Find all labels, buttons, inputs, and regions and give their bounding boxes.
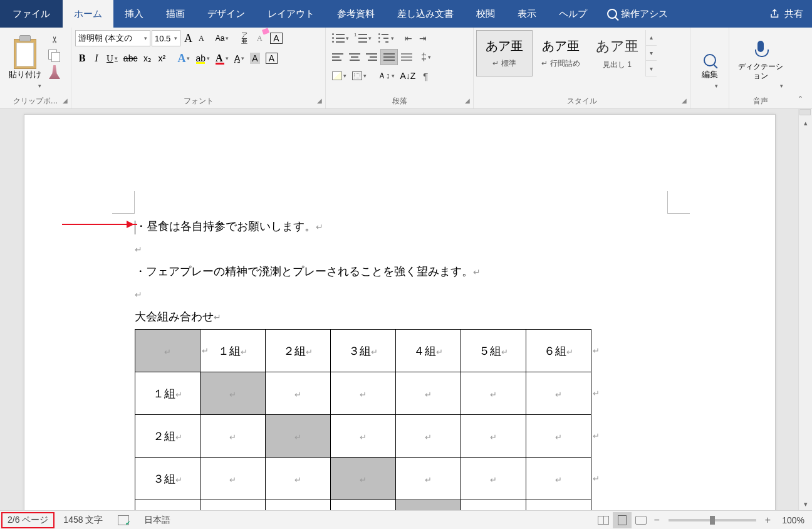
- editing-button[interactable]: 編集 ▾: [697, 30, 723, 92]
- highlight-button[interactable]: ab▾: [193, 50, 212, 66]
- sort-button[interactable]: A↓Z: [398, 68, 419, 84]
- style-heading1[interactable]: あア亜 見出し 1: [589, 30, 645, 76]
- table-cell[interactable]: ３組↵: [135, 458, 200, 500]
- font-color-button[interactable]: A▾: [213, 50, 231, 66]
- table-cell[interactable]: ↵: [266, 372, 331, 415]
- underline-button[interactable]: U▾: [104, 50, 120, 66]
- zoom-in-button[interactable]: +: [761, 515, 774, 526]
- collapse-ribbon-button[interactable]: ˄: [792, 28, 808, 108]
- strikethrough-button[interactable]: abc: [121, 50, 140, 66]
- zoom-slider[interactable]: [669, 519, 756, 521]
- styles-dialog-launcher[interactable]: ◢: [680, 97, 689, 106]
- table-cell[interactable]: ↵: [461, 415, 526, 458]
- spellcheck-status[interactable]: ✔: [110, 511, 137, 529]
- styles-expand[interactable]: ▾: [646, 61, 657, 76]
- table-cell[interactable]: [526, 500, 591, 511]
- table-cell[interactable]: [331, 500, 396, 511]
- table-cell[interactable]: １組↵: [135, 372, 200, 415]
- table-cell[interactable]: ５組↵: [461, 330, 526, 372]
- styles-scroll-down[interactable]: ▾: [646, 46, 657, 61]
- distributed-button[interactable]: [398, 49, 415, 65]
- table-cell[interactable]: ↵↵: [526, 458, 591, 500]
- table-cell[interactable]: ２組↵: [135, 415, 200, 458]
- zoom-out-button[interactable]: −: [650, 515, 664, 526]
- bullets-button[interactable]: ▾: [330, 30, 351, 46]
- dictate-button[interactable]: ディクテーション ▾: [733, 30, 788, 92]
- superscript-button[interactable]: x²: [155, 50, 169, 66]
- tell-me[interactable]: 操作アシス: [598, 0, 677, 28]
- table-cell[interactable]: ↵: [266, 458, 331, 500]
- table-cell[interactable]: ↵↵: [526, 415, 591, 458]
- font-name-combo[interactable]: 游明朝 (本文の▾: [75, 30, 150, 46]
- style-no-spacing[interactable]: あア亜 ↵ 行間詰め: [533, 30, 589, 76]
- zoom-slider-thumb[interactable]: [710, 516, 715, 525]
- table-cell[interactable]: ↵: [331, 372, 396, 415]
- page-number-status[interactable]: 2/6 ページ: [1, 512, 55, 528]
- table-cell[interactable]: ↵: [461, 458, 526, 500]
- table-cell[interactable]: ↵: [200, 458, 266, 500]
- tab-file[interactable]: ファイル: [0, 0, 63, 28]
- clipboard-dialog-launcher[interactable]: ◢: [61, 97, 70, 106]
- tab-draw[interactable]: 描画: [155, 0, 196, 28]
- web-layout-button[interactable]: [632, 512, 650, 528]
- character-shading-button[interactable]: A: [247, 50, 262, 66]
- tab-layout[interactable]: レイアウト: [256, 0, 326, 28]
- language-status[interactable]: 日本語: [137, 511, 178, 529]
- table-cell[interactable]: ↵: [461, 372, 526, 415]
- scroll-down-button[interactable]: ▾: [799, 498, 812, 510]
- table-cell[interactable]: [200, 500, 266, 511]
- tab-view[interactable]: 表示: [506, 0, 548, 28]
- table-cell[interactable]: ２組↵: [266, 330, 331, 372]
- tab-design[interactable]: デザイン: [196, 0, 256, 28]
- subscript-button[interactable]: x₂: [140, 50, 154, 66]
- cut-button[interactable]: ✂: [48, 33, 61, 46]
- text-effects-button[interactable]: A▾: [175, 50, 192, 66]
- print-layout-button[interactable]: [613, 512, 632, 528]
- split-box[interactable]: [799, 109, 811, 115]
- character-emphasis-button[interactable]: A▾: [232, 50, 247, 66]
- table-cell[interactable]: ↵: [331, 415, 396, 458]
- copy-button[interactable]: [48, 49, 61, 63]
- read-mode-button[interactable]: [594, 512, 613, 528]
- paragraph-dialog-launcher[interactable]: ◢: [463, 97, 472, 106]
- italic-button[interactable]: I: [90, 50, 103, 66]
- tab-review[interactable]: 校閲: [465, 0, 506, 28]
- change-case-button[interactable]: Aa▾: [213, 30, 232, 46]
- scroll-track[interactable]: [801, 122, 810, 498]
- page-content[interactable]: ・昼食は各自持参でお願いします。↵ ↵ ・フェアプレーの精神で溌溂とプレーされる…: [24, 115, 775, 510]
- zoom-level[interactable]: 100%: [774, 511, 812, 529]
- shading-button[interactable]: ▾: [330, 68, 349, 84]
- align-right-button[interactable]: [363, 49, 380, 65]
- table-cell[interactable]: ↵: [396, 372, 461, 415]
- phonetic-guide-button[interactable]: ア亜: [237, 30, 251, 46]
- align-left-button[interactable]: [330, 49, 346, 65]
- tournament-table[interactable]: ↵↵ １組↵ ２組↵ ３組↵ ４組↵ ５組↵ ６組↵↵ １組↵ ↵ ↵ ↵ ↵ …: [135, 329, 591, 510]
- word-count-status[interactable]: 1458 文字: [56, 511, 110, 529]
- tab-references[interactable]: 参考資料: [326, 0, 386, 28]
- table-cell[interactable]: ↵: [200, 372, 266, 415]
- table-cell[interactable]: ６組↵↵: [526, 330, 591, 372]
- character-border-button[interactable]: A: [263, 50, 280, 66]
- font-size-combo[interactable]: 10.5▾: [152, 30, 180, 46]
- paste-button[interactable]: 貼り付け ▾: [4, 30, 46, 92]
- style-normal[interactable]: あア亜 ↵ 標準: [476, 30, 533, 76]
- document-area[interactable]: ・昼食は各自持参でお願いします。↵ ↵ ・フェアプレーの精神で溌溂とプレーされる…: [0, 109, 798, 510]
- table-cell[interactable]: [266, 500, 331, 511]
- enclose-characters-button[interactable]: A: [268, 30, 284, 46]
- tab-mailings[interactable]: 差し込み文書: [386, 0, 465, 28]
- align-center-button[interactable]: [346, 49, 363, 65]
- format-painter-button[interactable]: [48, 65, 61, 79]
- tab-help[interactable]: ヘルプ: [548, 0, 598, 28]
- table-cell[interactable]: ↵: [396, 458, 461, 500]
- tab-insert[interactable]: 挿入: [113, 0, 155, 28]
- table-cell[interactable]: １組↵: [200, 330, 266, 372]
- share-button[interactable]: 共有: [761, 0, 812, 28]
- decrease-indent-button[interactable]: ⇤: [402, 30, 415, 46]
- borders-button[interactable]: ▾: [350, 68, 369, 84]
- tab-home[interactable]: ホーム: [63, 0, 113, 28]
- numbering-button[interactable]: ▾: [352, 30, 374, 46]
- text-direction-button[interactable]: Ａ↕▾: [375, 68, 397, 84]
- grow-font-button[interactable]: A: [182, 32, 195, 45]
- styles-scroll-up[interactable]: ▴: [646, 30, 657, 46]
- table-cell[interactable]: [396, 500, 461, 511]
